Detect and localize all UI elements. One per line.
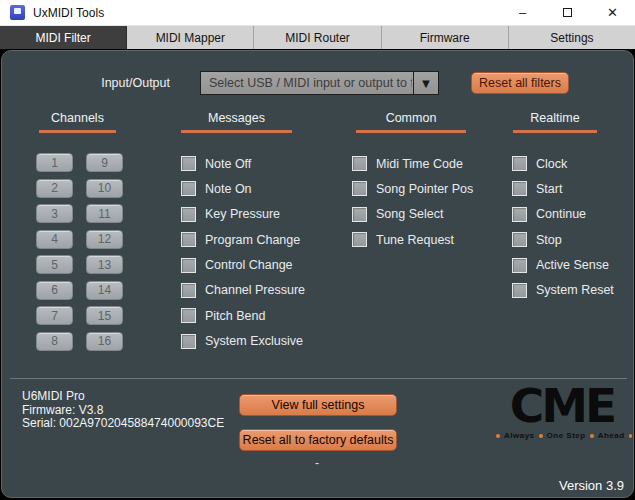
message-checkbox[interactable]: [181, 156, 196, 171]
realtime-checkbox[interactable]: [512, 181, 527, 196]
common-label: Song Select: [376, 207, 443, 221]
message-label: Note On: [205, 182, 252, 196]
message-filter-row: Program Change: [181, 232, 305, 247]
reset-all-filters-button[interactable]: Reset all filters: [471, 72, 569, 94]
channel-button[interactable]: 7: [36, 306, 73, 325]
channel-button[interactable]: 6: [36, 281, 73, 300]
maximize-icon: [563, 8, 572, 17]
device-info: U6MIDI Pro Firmware: V3.8 Serial: 002A97…: [22, 390, 224, 431]
chevron-down-icon[interactable]: ▼: [413, 72, 438, 94]
common-underline: [356, 130, 466, 133]
common-label: Tune Request: [376, 233, 454, 247]
app-window: UxMIDI Tools – ✕ MIDI Filter MIDI Mapper…: [0, 0, 635, 500]
channel-button[interactable]: 13: [86, 255, 123, 274]
channel-button[interactable]: 16: [86, 332, 123, 351]
minimize-button[interactable]: –: [500, 0, 545, 25]
device-model: U6MIDI Pro: [22, 390, 224, 404]
channel-button[interactable]: 9: [86, 153, 123, 172]
realtime-underline: [513, 130, 597, 133]
factory-reset-button[interactable]: Reset all to factory defaults: [239, 429, 397, 451]
channel-button[interactable]: 10: [86, 179, 123, 198]
channels-header-label: Channels: [39, 111, 116, 125]
realtime-checkbox[interactable]: [512, 283, 527, 298]
messages-header-label: Messages: [181, 111, 292, 125]
realtime-filter-row: Stop: [512, 232, 614, 247]
message-filter-row: Key Pressure: [181, 207, 305, 222]
cme-tagline: Always One Step Ahead: [492, 431, 632, 440]
titlebar: UxMIDI Tools – ✕: [0, 0, 635, 26]
message-filter-row: Channel Pressure: [181, 283, 305, 298]
realtime-header-label: Realtime: [513, 111, 597, 125]
message-label: Channel Pressure: [205, 283, 305, 297]
messages-group: Note Off Note On Key Pressure Program Ch…: [181, 156, 305, 349]
message-label: Key Pressure: [205, 207, 280, 221]
realtime-filter-row: Start: [512, 181, 614, 196]
cme-logo: CME Always One Step Ahead: [492, 383, 632, 440]
channel-button[interactable]: 11: [86, 204, 123, 223]
realtime-label: Continue: [536, 207, 586, 221]
realtime-header: Realtime: [513, 111, 597, 133]
message-checkbox[interactable]: [181, 308, 196, 323]
realtime-filter-row: Clock: [512, 156, 614, 171]
common-label: Song Pointer Pos: [376, 182, 473, 196]
message-filter-row: Control Change: [181, 258, 305, 273]
messages-underline: [181, 130, 292, 133]
view-full-settings-button[interactable]: View full settings: [239, 394, 397, 416]
message-checkbox[interactable]: [181, 283, 196, 298]
common-group: Midi Time Code Song Pointer Pos Song Sel…: [352, 156, 473, 247]
channel-button[interactable]: 2: [36, 179, 73, 198]
channels-underline: [39, 130, 116, 133]
message-label: Pitch Bend: [205, 309, 265, 323]
channel-button[interactable]: 14: [86, 281, 123, 300]
common-checkbox[interactable]: [352, 207, 367, 222]
message-checkbox[interactable]: [181, 258, 196, 273]
message-checkbox[interactable]: [181, 232, 196, 247]
tab-midi-router[interactable]: MIDI Router: [254, 26, 381, 49]
channel-button[interactable]: 5: [36, 255, 73, 274]
channel-button[interactable]: 1: [36, 153, 73, 172]
window-controls: – ✕: [500, 0, 635, 25]
window-title: UxMIDI Tools: [33, 6, 104, 20]
realtime-label: Stop: [536, 233, 562, 247]
message-checkbox[interactable]: [181, 334, 196, 349]
realtime-label: System Reset: [536, 283, 614, 297]
message-checkbox[interactable]: [181, 207, 196, 222]
channel-button[interactable]: 4: [36, 230, 73, 249]
tagline-word: One Step: [535, 431, 586, 440]
channels-header: Channels: [39, 111, 116, 133]
realtime-group: Clock Start Continue Stop: [512, 156, 614, 298]
tab-settings[interactable]: Settings: [509, 26, 635, 49]
maximize-button[interactable]: [545, 0, 590, 25]
common-checkbox[interactable]: [352, 232, 367, 247]
dash-text: -: [307, 456, 327, 470]
message-filter-row: Pitch Bend: [181, 308, 305, 323]
app-icon: [10, 5, 25, 20]
io-select-dropdown[interactable]: Select USB / MIDI input or output to fil…: [200, 71, 439, 95]
version-label: Version 3.9: [559, 478, 624, 493]
tagline-word: Always: [492, 431, 535, 440]
realtime-checkbox[interactable]: [512, 232, 527, 247]
tab-midi-mapper[interactable]: MIDI Mapper: [127, 26, 254, 49]
realtime-filter-row: Continue: [512, 207, 614, 222]
realtime-label: Start: [536, 182, 562, 196]
device-serial: Serial: 002A970204588474000093CE: [22, 417, 224, 431]
realtime-filter-row: Active Sense: [512, 258, 614, 273]
realtime-checkbox[interactable]: [512, 258, 527, 273]
tab-firmware[interactable]: Firmware: [382, 26, 509, 49]
realtime-checkbox[interactable]: [512, 207, 527, 222]
channel-button[interactable]: 12: [86, 230, 123, 249]
close-button[interactable]: ✕: [590, 0, 635, 25]
tab-midi-filter[interactable]: MIDI Filter: [0, 26, 127, 49]
message-label: System Exclusive: [205, 334, 303, 348]
channel-button[interactable]: 15: [86, 306, 123, 325]
channel-button[interactable]: 3: [36, 204, 73, 223]
common-checkbox[interactable]: [352, 181, 367, 196]
message-checkbox[interactable]: [181, 181, 196, 196]
realtime-checkbox[interactable]: [512, 156, 527, 171]
channel-button[interactable]: 8: [36, 332, 73, 351]
common-label: Midi Time Code: [376, 157, 463, 171]
channel-buttons: 1 2 3 4 5 6 7 8 9 10 11 12: [36, 153, 123, 351]
common-checkbox[interactable]: [352, 156, 367, 171]
message-filter-row: Note Off: [181, 156, 305, 171]
cme-logo-text: CME: [492, 383, 632, 429]
